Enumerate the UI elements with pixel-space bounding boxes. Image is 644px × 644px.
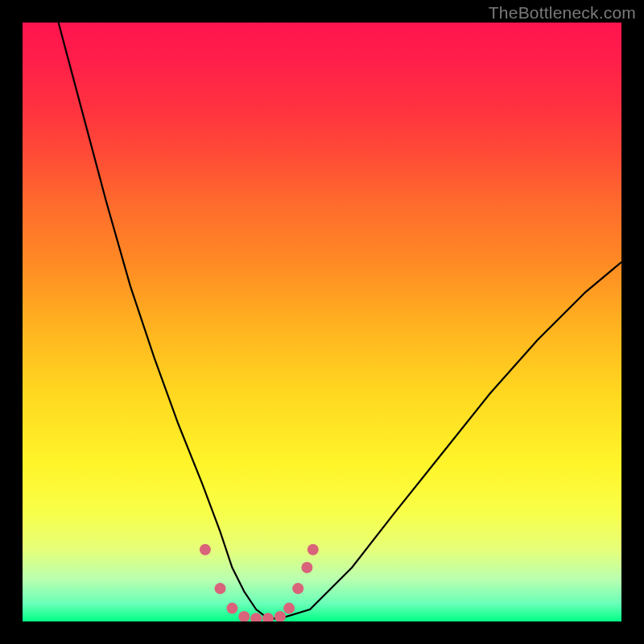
highlight-dot: [275, 611, 286, 621]
highlight-dot: [292, 583, 303, 594]
highlight-dot: [301, 562, 312, 573]
highlight-dot: [308, 544, 319, 555]
highlight-dot: [200, 544, 211, 555]
highlight-dot: [238, 611, 250, 621]
bottleneck-curve: [59, 23, 621, 618]
highlight-dot: [262, 613, 274, 621]
highlight-dot: [283, 603, 295, 614]
watermark-text: TheBottleneck.com: [489, 3, 636, 23]
chart-svg: [23, 23, 621, 621]
highlight-dot: [250, 613, 262, 621]
highlight-dot: [226, 603, 237, 614]
chart-plot-area: [23, 23, 621, 621]
highlight-dot: [215, 583, 226, 594]
highlight-dots: [200, 544, 319, 621]
